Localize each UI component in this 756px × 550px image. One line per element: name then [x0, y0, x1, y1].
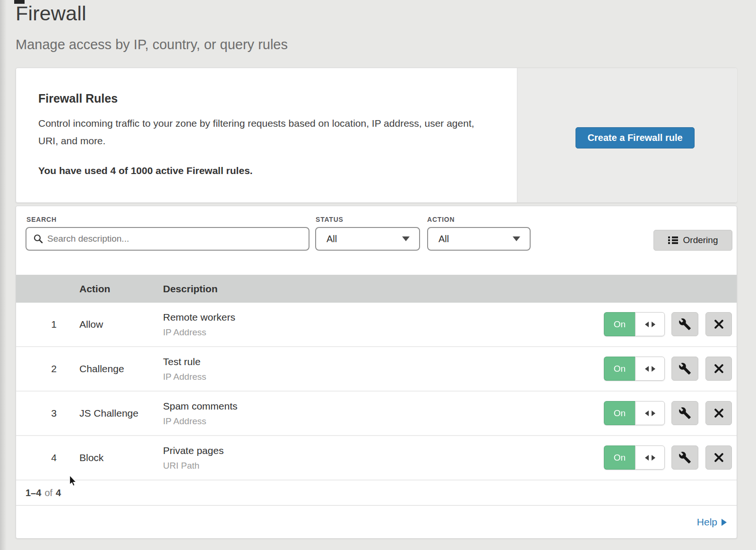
toggle-arrows-icon — [644, 321, 656, 328]
rule-type: URI Path — [163, 461, 223, 471]
delete-rule-button[interactable] — [705, 401, 732, 425]
page-title: Firewall — [16, 2, 86, 25]
toggle-handle[interactable] — [635, 357, 665, 381]
delete-rule-button[interactable] — [705, 445, 732, 470]
toggle-on-label[interactable]: On — [604, 401, 635, 425]
create-rule-panel: Create a Firewall rule — [517, 68, 737, 202]
help-row: Help — [16, 505, 737, 539]
usage-note: You have used 4 of 1000 active Firewall … — [38, 165, 253, 176]
edit-rule-button[interactable] — [671, 401, 698, 425]
search-input-wrapper — [26, 227, 309, 251]
rule-description: Remote workers — [163, 312, 235, 323]
action-select[interactable]: All — [427, 227, 531, 251]
chevron-down-icon — [513, 236, 520, 241]
rule-enabled-toggle[interactable]: On — [604, 445, 665, 470]
toggle-arrows-icon — [644, 454, 656, 461]
table-row: 2 Challenge Test rule IP Address On — [16, 347, 737, 392]
filters-bar: SEARCH STATUS All ACTION All Orderin — [16, 206, 737, 275]
rule-description-cell: Private pages URI Path — [163, 436, 223, 480]
toggle-handle[interactable] — [635, 445, 665, 470]
rule-description: Test rule — [163, 356, 206, 367]
wrench-icon — [679, 362, 691, 375]
status-label: STATUS — [316, 216, 344, 223]
rule-description: Spam comments — [163, 401, 238, 412]
rule-enabled-toggle[interactable]: On — [604, 357, 665, 381]
pagination-range: 1–4 — [26, 488, 41, 498]
rule-type: IP Address — [163, 416, 238, 427]
action-select-value: All — [438, 234, 449, 244]
toggle-arrows-icon — [644, 410, 656, 417]
rules-list-card: SEARCH STATUS All ACTION All Orderin — [16, 206, 737, 539]
help-link[interactable]: Help — [697, 516, 727, 528]
wrench-icon — [679, 407, 691, 419]
toggle-handle[interactable] — [635, 312, 665, 336]
close-icon — [713, 408, 724, 419]
toggle-on-label[interactable]: On — [604, 312, 635, 336]
rule-priority: 2 — [40, 347, 68, 391]
pagination-of: of — [44, 488, 52, 498]
close-icon — [713, 319, 724, 330]
rule-enabled-toggle[interactable]: On — [604, 401, 665, 425]
rule-type: IP Address — [163, 372, 206, 382]
close-icon — [713, 363, 724, 374]
action-label: ACTION — [427, 216, 455, 223]
pagination-total: 4 — [56, 488, 61, 498]
rule-action: Challenge — [79, 347, 124, 391]
card-title: Firewall Rules — [38, 92, 118, 105]
search-input[interactable] — [43, 234, 309, 244]
search-label: SEARCH — [26, 216, 57, 223]
left-edge-shadow — [0, 0, 7, 550]
rule-priority: 1 — [40, 303, 68, 346]
toggle-arrows-icon — [644, 366, 656, 372]
toggle-on-label[interactable]: On — [604, 357, 635, 381]
toggle-on-label[interactable]: On — [604, 445, 635, 470]
firewall-page: Firewall Manage access by IP, country, o… — [0, 0, 756, 550]
delete-rule-button[interactable] — [705, 357, 732, 381]
toggle-handle[interactable] — [635, 401, 665, 425]
delete-rule-button[interactable] — [705, 312, 732, 336]
wrench-icon — [679, 318, 691, 331]
edit-rule-button[interactable] — [671, 312, 698, 336]
close-icon — [713, 452, 724, 463]
firewall-rules-card: Firewall Rules Control incoming traffic … — [16, 68, 737, 203]
table-row: 4 Block Private pages URI Path On — [16, 436, 737, 480]
edit-rule-button[interactable] — [671, 357, 698, 381]
rule-type: IP Address — [163, 327, 235, 338]
rule-description-cell: Remote workers IP Address — [163, 303, 235, 346]
chevron-down-icon — [402, 236, 410, 241]
column-header-action: Action — [79, 275, 110, 303]
wrench-icon — [679, 451, 691, 464]
chevron-right-icon — [722, 519, 727, 526]
rule-description-cell: Test rule IP Address — [163, 347, 206, 391]
card-description: Control incoming traffic to your zone by… — [38, 114, 485, 149]
rule-action: Allow — [79, 303, 103, 346]
help-link-label: Help — [697, 516, 717, 528]
ordering-button-label: Ordering — [683, 235, 718, 245]
rule-enabled-toggle[interactable]: On — [604, 312, 665, 336]
rule-description-cell: Spam comments IP Address — [163, 392, 238, 435]
rule-description: Private pages — [163, 445, 223, 456]
status-select-value: All — [326, 234, 337, 244]
pagination: 1–4 of 4 — [16, 480, 737, 505]
page-subtitle: Manage access by IP, country, or query r… — [16, 37, 288, 52]
status-select[interactable]: All — [315, 227, 420, 251]
rule-priority: 3 — [40, 392, 68, 435]
table-header: Action Description — [16, 275, 737, 303]
table-row: 1 Allow Remote workers IP Address On — [16, 303, 737, 347]
column-header-description: Description — [163, 275, 218, 303]
search-icon — [33, 234, 43, 244]
rule-action: Block — [79, 436, 103, 480]
rule-action: JS Challenge — [79, 392, 138, 435]
create-firewall-rule-button[interactable]: Create a Firewall rule — [576, 127, 695, 148]
ordering-button[interactable]: Ordering — [653, 230, 732, 251]
edit-rule-button[interactable] — [671, 445, 698, 470]
rule-priority: 4 — [40, 436, 68, 480]
table-row: 3 JS Challenge Spam comments IP Address … — [16, 392, 737, 436]
ordered-list-icon — [668, 236, 678, 244]
rules-table-body: 1 Allow Remote workers IP Address On — [16, 303, 737, 480]
